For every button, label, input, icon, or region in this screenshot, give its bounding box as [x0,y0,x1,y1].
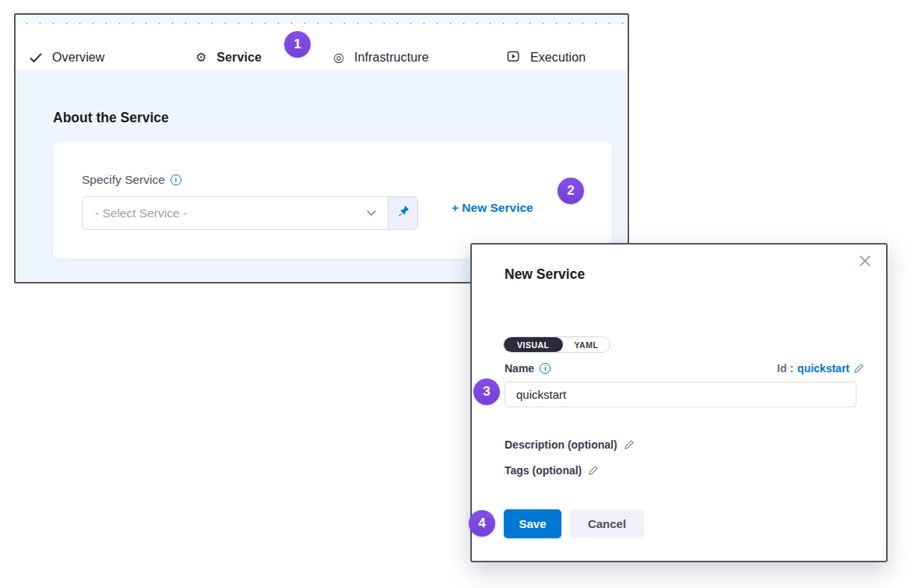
specify-service-card: Specify Service i - Select Service - [53,142,612,259]
service-name-input[interactable] [505,382,856,407]
tab-infrastructure[interactable]: ◎ Infrastructure [333,48,429,68]
chevron-down-icon [366,206,377,220]
name-label: Name [505,362,534,375]
tab-execution[interactable]: Execution [507,48,586,68]
step-badge-3: 3 [473,379,500,405]
description-row: Description (optional) [505,438,635,451]
info-icon[interactable]: i [171,174,181,185]
toggle-yaml[interactable]: YAML [563,337,610,352]
tab-infrastructure-label: Infrastructure [354,51,429,65]
save-button[interactable]: Save [504,509,561,538]
tags-row: Tags (optional) [505,464,599,477]
cancel-button[interactable]: Cancel [570,509,644,538]
close-icon[interactable] [856,252,874,269]
modal-title: New Service [505,266,585,283]
edit-id-icon[interactable] [853,363,864,374]
check-icon [30,53,42,63]
pin-icon [396,205,410,221]
step-badge-1: 1 [284,31,311,58]
tutorial-screenshot: Overview ⚙ Service ◎ Infrastructure Exec… [0,0,911,588]
execution-icon [507,50,520,65]
service-select-group: - Select Service - [82,196,418,230]
tab-overview[interactable]: Overview [30,48,104,68]
tags-label: Tags (optional) [505,464,582,477]
visual-yaml-toggle: VISUAL YAML [503,336,610,353]
edit-tags-icon[interactable] [588,465,599,476]
specify-service-label-row: Specify Service i [82,173,181,187]
service-select[interactable]: - Select Service - [83,197,388,229]
service-select-placeholder: - Select Service - [95,206,366,220]
name-label-row: Name i Id : quickstart [505,362,864,375]
tab-overview-label: Overview [52,51,104,65]
gear-icon: ⚙ [195,51,206,64]
tab-service[interactable]: ⚙ Service [195,48,262,68]
edit-description-icon[interactable] [624,439,635,450]
new-service-modal: New Service VISUAL YAML Name i Id : quic… [470,243,888,562]
tab-service-label: Service [216,51,262,65]
specify-service-label: Specify Service [82,173,165,187]
id-value[interactable]: quickstart [797,362,849,375]
description-label: Description (optional) [505,438,617,451]
toggle-visual[interactable]: VISUAL [504,337,563,352]
tab-execution-label: Execution [530,51,586,65]
service-id-row: Id : quickstart [777,362,864,375]
info-icon[interactable]: i [540,363,550,374]
new-service-link[interactable]: + New Service [452,201,533,215]
infrastructure-icon: ◎ [333,51,344,64]
step-badge-4: 4 [469,510,495,537]
stage-tabbar: Overview ⚙ Service ◎ Infrastructure Exec… [16,24,628,69]
id-prefix: Id : [777,362,793,375]
step-badge-2: 2 [558,178,584,204]
pin-runtime-input-button[interactable] [388,197,417,229]
section-heading: About the Service [53,110,169,126]
canvas-dots-strip [16,15,628,24]
